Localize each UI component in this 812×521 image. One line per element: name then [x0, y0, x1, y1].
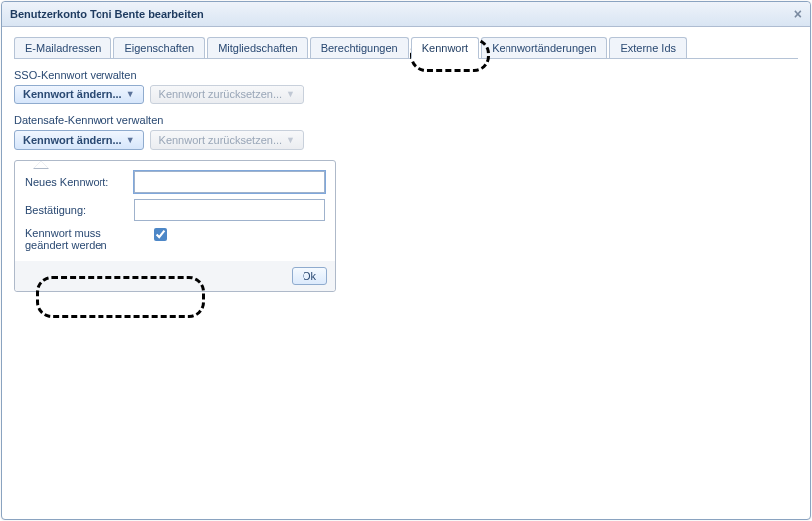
dialog-window: Benutzerkonto Toni Bente bearbeiten × E-…	[1, 1, 811, 520]
safe-button-row: Kennwort ändern... ▼ Kennwort zurücksetz…	[14, 130, 798, 150]
chevron-down-icon: ▼	[126, 135, 135, 145]
close-icon[interactable]: ×	[794, 2, 802, 26]
tab-externe-ids[interactable]: Externe Ids	[609, 37, 687, 58]
sso-section-label: SSO-Kennwort verwalten	[14, 69, 798, 81]
sso-button-row: Kennwort ändern... ▼ Kennwort zurücksetz…	[14, 85, 798, 104]
tab-eigenschaften[interactable]: Eigenschaften	[113, 37, 205, 58]
safe-reset-password-button: Kennwort zurücksetzen... ▼	[150, 130, 304, 150]
confirm-password-label: Bestätigung:	[25, 204, 134, 216]
safe-section-label: Datensafe-Kennwort verwalten	[14, 114, 798, 126]
tab-bar: E-MailadressenEigenschaftenMitgliedschaf…	[14, 37, 798, 59]
new-password-label: Neues Kennwort:	[25, 176, 134, 188]
new-password-row: Neues Kennwort:	[25, 171, 325, 193]
must-change-row: Kennwort muss geändert werden	[25, 227, 325, 251]
sso-reset-password-label: Kennwort zurücksetzen...	[159, 88, 283, 100]
safe-change-password-label: Kennwort ändern...	[23, 134, 122, 146]
safe-reset-password-label: Kennwort zurücksetzen...	[159, 134, 283, 146]
tab-mitgliedschaften[interactable]: Mitgliedschaften	[207, 37, 308, 58]
new-password-input[interactable]	[134, 171, 325, 193]
tab-kennwort-nderungen[interactable]: Kennwortänderungen	[481, 37, 607, 58]
tab-e-mailadressen[interactable]: E-Mailadressen	[14, 37, 111, 58]
titlebar: Benutzerkonto Toni Bente bearbeiten ×	[2, 2, 810, 27]
chevron-down-icon: ▼	[286, 89, 295, 99]
confirm-password-input[interactable]	[134, 199, 325, 221]
popover-body: Neues Kennwort: Bestätigung: Kennwort mu…	[15, 161, 335, 251]
chevron-down-icon: ▼	[126, 89, 135, 99]
must-change-checkbox[interactable]	[154, 228, 167, 241]
ok-button-label: Ok	[303, 270, 316, 282]
tab-berechtigungen[interactable]: Berechtigungen	[310, 37, 409, 58]
sso-change-password-button[interactable]: Kennwort ändern... ▼	[14, 85, 144, 104]
sso-change-password-label: Kennwort ändern...	[23, 88, 122, 100]
safe-change-password-button[interactable]: Kennwort ändern... ▼	[14, 130, 144, 150]
dialog-body: E-MailadressenEigenschaftenMitgliedschaf…	[2, 27, 810, 302]
must-change-label: Kennwort muss geändert werden	[25, 227, 144, 251]
sso-reset-password-button: Kennwort zurücksetzen... ▼	[150, 85, 304, 104]
confirm-password-row: Bestätigung:	[25, 199, 325, 221]
tab-kennwort[interactable]: Kennwort	[411, 37, 479, 59]
ok-button[interactable]: Ok	[292, 267, 327, 285]
chevron-down-icon: ▼	[286, 135, 295, 145]
change-password-popover: Neues Kennwort: Bestätigung: Kennwort mu…	[14, 160, 336, 292]
popover-footer: Ok	[15, 260, 335, 291]
window-title: Benutzerkonto Toni Bente bearbeiten	[10, 2, 204, 26]
